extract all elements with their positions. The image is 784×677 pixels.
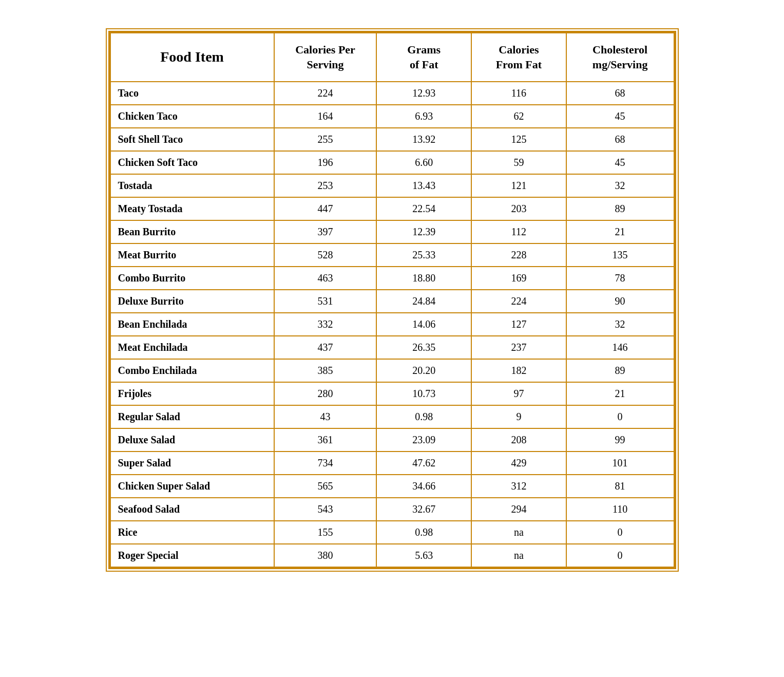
cal-from-fat: 97: [471, 382, 566, 405]
calories: 397: [274, 220, 377, 243]
fat: 18.80: [376, 267, 471, 290]
cholesterol: 45: [566, 151, 674, 174]
cholesterol: 99: [566, 428, 674, 452]
table-row: Soft Shell Taco 255 13.92 125 68: [110, 128, 674, 151]
fat: 14.06: [376, 313, 471, 336]
table-row: Tostada 253 13.43 121 32: [110, 174, 674, 197]
cholesterol: 0: [566, 544, 674, 567]
cal-from-fat: 429: [471, 452, 566, 475]
table-row: Super Salad 734 47.62 429 101: [110, 452, 674, 475]
fat: 0.98: [376, 405, 471, 428]
fat: 5.63: [376, 544, 471, 567]
calories: 437: [274, 336, 377, 359]
cholesterol: 32: [566, 174, 674, 197]
cholesterol: 0: [566, 405, 674, 428]
food-name: Combo Burrito: [110, 267, 274, 290]
fat: 24.84: [376, 290, 471, 313]
calories: 463: [274, 267, 377, 290]
cholesterol: 0: [566, 521, 674, 544]
fat: 6.60: [376, 151, 471, 174]
fat: 13.43: [376, 174, 471, 197]
fat: 6.93: [376, 105, 471, 128]
food-name: Meaty Tostada: [110, 197, 274, 220]
calories: 43: [274, 405, 377, 428]
cholesterol: 110: [566, 498, 674, 521]
cholesterol: 135: [566, 243, 674, 267]
col-header-calories: Calories PerServing: [274, 33, 377, 82]
fat: 13.92: [376, 128, 471, 151]
calories: 196: [274, 151, 377, 174]
calories: 734: [274, 452, 377, 475]
cal-from-fat: 224: [471, 290, 566, 313]
cal-from-fat: 312: [471, 475, 566, 498]
calories: 224: [274, 82, 377, 105]
cal-from-fat: 208: [471, 428, 566, 452]
calories: 380: [274, 544, 377, 567]
table-row: Bean Enchilada 332 14.06 127 32: [110, 313, 674, 336]
food-name: Bean Burrito: [110, 220, 274, 243]
fat: 25.33: [376, 243, 471, 267]
table-row: Chicken Taco 164 6.93 62 45: [110, 105, 674, 128]
table-row: Roger Special 380 5.63 na 0: [110, 544, 674, 567]
cal-from-fat: na: [471, 544, 566, 567]
cholesterol: 68: [566, 82, 674, 105]
calories: 528: [274, 243, 377, 267]
table-container: Food Item Calories PerServing Gramsof Fa…: [108, 31, 676, 569]
cholesterol: 89: [566, 197, 674, 220]
food-name: Meat Enchilada: [110, 336, 274, 359]
table-row: Deluxe Burrito 531 24.84 224 90: [110, 290, 674, 313]
cal-from-fat: 127: [471, 313, 566, 336]
table-row: Rice 155 0.98 na 0: [110, 521, 674, 544]
cholesterol: 146: [566, 336, 674, 359]
cal-from-fat: 203: [471, 197, 566, 220]
col-header-food: Food Item: [110, 33, 274, 82]
table-row: Meat Burrito 528 25.33 228 135: [110, 243, 674, 267]
cal-from-fat: 228: [471, 243, 566, 267]
cholesterol: 68: [566, 128, 674, 151]
table-row: Meaty Tostada 447 22.54 203 89: [110, 197, 674, 220]
calories: 255: [274, 128, 377, 151]
calories: 164: [274, 105, 377, 128]
table-row: Seafood Salad 543 32.67 294 110: [110, 498, 674, 521]
table-row: Regular Salad 43 0.98 9 0: [110, 405, 674, 428]
cholesterol: 81: [566, 475, 674, 498]
table-row: Deluxe Salad 361 23.09 208 99: [110, 428, 674, 452]
calories: 543: [274, 498, 377, 521]
cal-from-fat: 62: [471, 105, 566, 128]
food-name: Deluxe Salad: [110, 428, 274, 452]
cholesterol: 21: [566, 220, 674, 243]
cal-from-fat: 112: [471, 220, 566, 243]
food-name: Bean Enchilada: [110, 313, 274, 336]
cal-from-fat: 9: [471, 405, 566, 428]
table-row: Taco 224 12.93 116 68: [110, 82, 674, 105]
cal-from-fat: 116: [471, 82, 566, 105]
table-row: Combo Enchilada 385 20.20 182 89: [110, 359, 674, 382]
calories: 253: [274, 174, 377, 197]
fat: 34.66: [376, 475, 471, 498]
calories: 332: [274, 313, 377, 336]
food-name: Tostada: [110, 174, 274, 197]
cholesterol: 90: [566, 290, 674, 313]
table-row: Bean Burrito 397 12.39 112 21: [110, 220, 674, 243]
fat: 23.09: [376, 428, 471, 452]
col-header-cholesterol: Cholesterolmg/Serving: [566, 33, 674, 82]
cal-from-fat: 237: [471, 336, 566, 359]
col-header-cal-from-fat: CaloriesFrom Fat: [471, 33, 566, 82]
table-row: Chicken Soft Taco 196 6.60 59 45: [110, 151, 674, 174]
food-name: Super Salad: [110, 452, 274, 475]
food-name: Seafood Salad: [110, 498, 274, 521]
calories: 385: [274, 359, 377, 382]
fat: 12.39: [376, 220, 471, 243]
cholesterol: 89: [566, 359, 674, 382]
calories: 565: [274, 475, 377, 498]
nutrition-table: Food Item Calories PerServing Gramsof Fa…: [110, 32, 675, 568]
header-row: Food Item Calories PerServing Gramsof Fa…: [110, 33, 674, 82]
cal-from-fat: 125: [471, 128, 566, 151]
food-name: Roger Special: [110, 544, 274, 567]
cholesterol: 45: [566, 105, 674, 128]
food-name: Taco: [110, 82, 274, 105]
table-row: Combo Burrito 463 18.80 169 78: [110, 267, 674, 290]
calories: 361: [274, 428, 377, 452]
food-name: Combo Enchilada: [110, 359, 274, 382]
table-row: Chicken Super Salad 565 34.66 312 81: [110, 475, 674, 498]
